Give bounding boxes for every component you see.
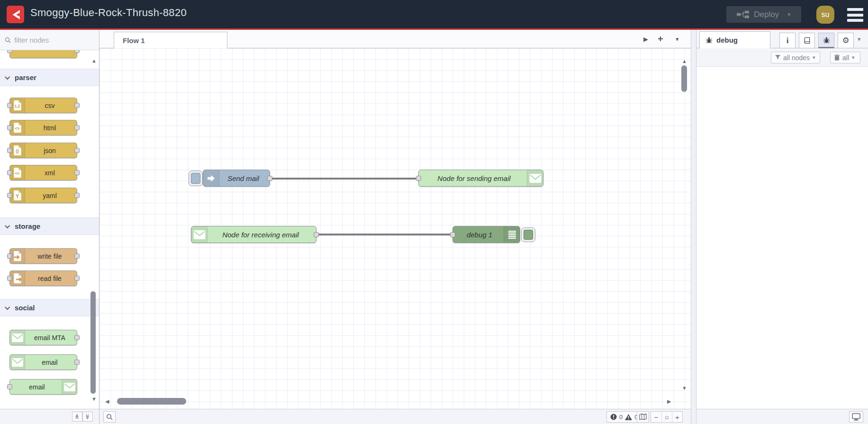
node-label: Send mail [220,170,267,186]
search-flows-button[interactable] [103,411,116,423]
chevron-down-icon [5,304,10,309]
debug-clear-button[interactable]: all ▾ [830,52,860,63]
output-port[interactable] [267,176,272,181]
palette-node-html[interactable]: <> html [9,120,77,135]
inject-arrow-icon [203,170,219,186]
node-red-logo-icon[interactable] [7,6,24,23]
deploy-dropdown-caret[interactable]: ▾ [784,11,791,18]
category-label: storage [15,222,40,230]
write-file-icon [10,249,25,263]
tab-help[interactable] [799,33,815,48]
double-chevron-down-icon: ≪ [84,414,90,420]
canvas-scroll-right-arrow[interactable]: ▶ [667,399,671,404]
debug-list-icon [504,226,520,243]
node-label: Node for receiving email [208,226,313,243]
error-count-icon [610,414,617,420]
expand-all-categories-button[interactable]: ≪ [82,412,93,422]
node-label: yaml [26,188,74,203]
canvas-vscrollbar-thumb[interactable] [681,65,687,92]
output-port[interactable] [74,103,80,108]
output-port[interactable] [74,335,80,340]
double-chevron-up-icon: ≪ [74,414,80,420]
flow-node-sending-email[interactable]: Node for sending email [418,170,543,187]
output-port[interactable] [74,125,80,130]
palette-scroll-down-arrow[interactable]: ▼ [91,397,97,402]
output-port[interactable] [74,276,80,281]
open-in-window-button[interactable] [849,411,863,423]
node-label: email [13,379,61,394]
workspace-tabbar: Flow 1 ▶ + ▾ [99,30,691,48]
output-port[interactable] [314,232,319,237]
collapse-all-categories-button[interactable]: ≪ [72,412,82,422]
input-port[interactable] [7,384,12,389]
zoom-in-button[interactable]: + [672,412,682,422]
trash-icon [834,54,840,61]
debug-clear-label: all [842,54,849,62]
flow-list-dropdown-icon[interactable]: ▾ [676,30,679,48]
palette-scrollbar-thumb[interactable] [90,291,96,394]
output-port[interactable] [74,253,80,259]
map-icon [639,414,647,420]
palette-node-email-out[interactable]: email [9,379,77,395]
flow-editor: Flow 1 ▶ + ▾ Send mail No [99,30,691,424]
deploy-button[interactable]: Deploy ▾ [726,6,801,23]
workspace-canvas[interactable]: Send mail Node for sending email Node fo… [99,48,691,409]
canvas-scroll-left-arrow[interactable]: ◀ [105,399,109,404]
zoom-reset-button[interactable]: ○ [661,412,672,422]
zoom-out-button[interactable]: − [651,412,661,422]
debug-toggle-button[interactable] [521,227,535,242]
palette-node-json[interactable]: {} json [9,143,77,158]
palette-category-social[interactable]: social [0,299,99,316]
input-port[interactable] [450,232,455,237]
node-label: email [26,355,74,370]
app-title: Smoggy-Blue-Rock-Thrush-8820 [30,7,187,19]
svg-text:{}: {} [16,149,19,153]
add-flow-button[interactable]: + [658,30,663,48]
tab-config-nodes[interactable]: ⚙ [838,33,854,48]
debug-filter-button[interactable]: all nodes ▾ [771,52,820,63]
tab-flow-1[interactable]: Flow 1 [114,32,227,48]
palette-node-email-mta[interactable]: email MTA [9,330,77,345]
flow-node-debug-1[interactable]: debug 1 [452,226,520,243]
output-port[interactable] [74,148,80,153]
inject-button[interactable] [189,171,203,186]
tab-scroll-right-icon[interactable]: ▶ [643,30,648,48]
sidebar-tabbar: debug i ⚙ ▾ [696,30,868,48]
chevron-down-icon: ▾ [852,54,855,61]
sidebar-tabs-dropdown-icon[interactable]: ▾ [858,36,861,43]
palette-node-read-file[interactable]: read file [9,271,77,286]
palette-category-parser[interactable]: parser [0,69,99,86]
palette-node-csv[interactable]: 1,2 csv [9,98,77,113]
user-avatar[interactable]: su [816,6,834,24]
canvas-scroll-down-arrow[interactable]: ▼ [682,386,687,391]
sidebar-resize-handle[interactable] [691,30,696,424]
output-port[interactable] [74,360,80,365]
flow-node-send-mail[interactable]: Send mail [203,170,270,187]
chevron-down-icon [5,74,10,79]
palette-node-yaml[interactable]: Y yaml [9,188,77,203]
input-port[interactable] [416,176,421,181]
palette-node-write-file[interactable]: write file [9,248,77,264]
canvas-hscrollbar-thumb[interactable] [117,398,186,405]
debug-toolbar: all nodes ▾ all ▾ [696,48,868,67]
output-port[interactable] [74,170,80,175]
debug-message-list[interactable] [696,67,868,409]
json-file-icon: {} [10,143,25,158]
output-port[interactable] [74,193,80,198]
flow-node-receiving-email[interactable]: Node for receiving email [191,226,316,243]
debug-tab-label: debug [716,36,738,44]
tab-info[interactable]: i [779,33,796,48]
tab-debug[interactable]: debug [699,31,770,48]
palette-category-storage[interactable]: storage [0,217,99,235]
palette-scroll-up-arrow[interactable]: ▲ [91,58,97,63]
palette-node-xml[interactable]: <> xml [9,165,77,180]
navigator-map-button[interactable] [637,411,649,423]
canvas-footer: 0 0 − ○ + [99,409,691,424]
tab-debug-messages[interactable] [818,33,834,48]
palette-filter-input[interactable] [14,36,85,44]
palette-node-email-in[interactable]: email [9,354,77,370]
right-sidebar: debug i ⚙ ▾ [696,30,868,424]
canvas-scroll-up-arrow[interactable]: ▲ [682,59,687,64]
main-menu-button[interactable] [847,8,863,22]
html-file-icon: <> [10,120,25,135]
